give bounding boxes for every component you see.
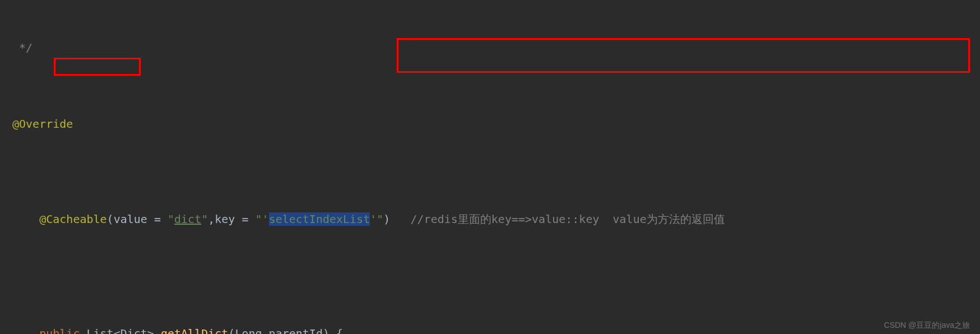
watermark: CSDN @豆豆的java之旅 — [884, 321, 970, 331]
line-comment-redis: //redis里面的key==>value::key value为方法的返回值 — [411, 212, 725, 226]
comment-close: */ — [12, 41, 32, 54]
param-long-parentid: Long parentId — [235, 327, 323, 334]
string-selectindexlist: selectIndexList — [269, 212, 370, 226]
string-dict: dict — [174, 212, 201, 226]
quote: "' — [256, 212, 269, 226]
gap — [390, 212, 410, 226]
annotation-override: @Override — [12, 117, 73, 131]
quote: " — [168, 212, 174, 226]
method-name: getAllDict — [161, 327, 228, 334]
paren-close-brace: ) { — [323, 327, 343, 334]
annotation-cacheable: @Cacheable — [39, 212, 106, 226]
keyword-public: public — [39, 327, 86, 334]
paren-open: ( — [228, 327, 235, 334]
return-type: List<Dict> — [86, 327, 160, 334]
quote: '" — [370, 212, 383, 226]
quote: " — [201, 212, 208, 226]
paren-open: ( — [107, 212, 114, 226]
paren-close: ) — [383, 212, 390, 226]
code-editor[interactable]: */ @Override @Cacheable(value = "dict",k… — [0, 0, 980, 334]
arg-key: ,key = — [208, 212, 255, 226]
arg-value: value = — [114, 212, 168, 226]
